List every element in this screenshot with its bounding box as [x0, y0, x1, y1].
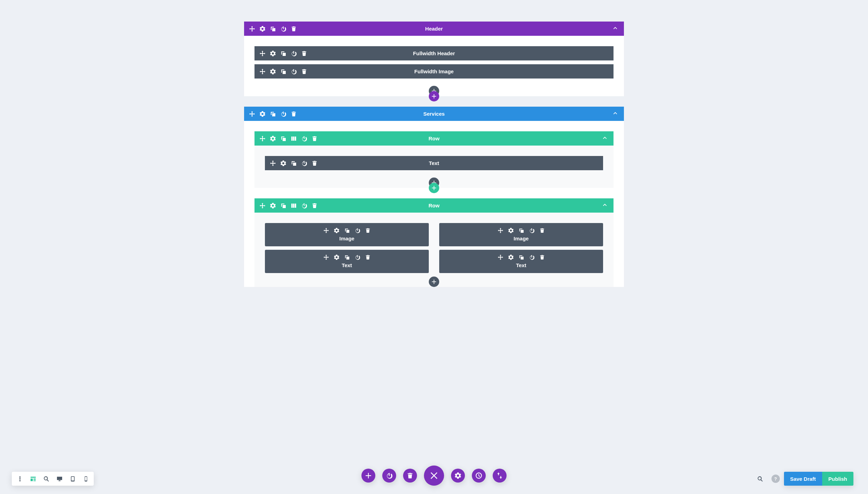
duplicate-icon[interactable] — [280, 50, 286, 57]
module-bar-icons — [254, 68, 312, 75]
gear-icon[interactable] — [270, 135, 276, 142]
chevron-up-icon[interactable] — [602, 203, 607, 208]
trash-icon[interactable] — [291, 111, 297, 117]
columns-icon[interactable] — [291, 135, 297, 142]
duplicate-icon[interactable] — [291, 160, 297, 166]
module-card-icons — [265, 254, 429, 260]
module-bar-fullwidth-image[interactable]: Fullwidth Image — [254, 64, 614, 79]
module-bar-fullwidth-header[interactable]: Fullwidth Header — [254, 46, 614, 60]
section-label: Services — [423, 111, 445, 117]
row-bar[interactable]: Row — [254, 131, 614, 146]
gear-icon[interactable] — [508, 254, 514, 260]
power-icon[interactable] — [354, 254, 360, 260]
power-icon[interactable] — [301, 203, 307, 209]
trash-icon[interactable] — [365, 227, 371, 233]
move-icon[interactable] — [259, 135, 266, 142]
row-label: Row — [428, 203, 440, 208]
duplicate-icon[interactable] — [280, 135, 286, 142]
row-bar[interactable]: Row — [254, 198, 614, 213]
module-card-text[interactable]: Text — [439, 250, 603, 273]
add-module-wrap — [265, 273, 603, 287]
section-bar-services[interactable]: Services — [244, 107, 624, 121]
gear-icon[interactable] — [259, 111, 266, 117]
gear-icon[interactable] — [508, 227, 514, 233]
row-body: Image Text — [254, 213, 614, 287]
module-card-text[interactable]: Text — [265, 250, 429, 273]
chevron-up-icon[interactable] — [613, 26, 618, 32]
move-icon[interactable] — [249, 111, 255, 117]
module-bar-icons — [265, 160, 323, 166]
module-bar-text[interactable]: Text — [265, 156, 603, 170]
power-icon[interactable] — [528, 227, 535, 233]
duplicate-icon[interactable] — [280, 203, 286, 209]
move-icon[interactable] — [259, 203, 266, 209]
module-card-icons — [439, 254, 603, 260]
chevron-up-icon[interactable] — [613, 111, 618, 117]
module-label: Text — [439, 262, 603, 268]
move-icon[interactable] — [497, 227, 503, 233]
power-icon[interactable] — [528, 254, 535, 260]
add-section-button[interactable] — [429, 91, 439, 101]
section-label: Header — [425, 26, 443, 32]
add-row-wrap — [254, 183, 614, 193]
power-icon[interactable] — [291, 68, 297, 75]
duplicate-icon[interactable] — [270, 111, 276, 117]
chevron-up-icon[interactable] — [602, 135, 607, 141]
trash-icon[interactable] — [311, 203, 318, 209]
add-row-button[interactable] — [429, 183, 439, 193]
builder-canvas: Header Fullwidth Header Fullwidth Image — [244, 0, 624, 336]
gear-icon[interactable] — [259, 26, 266, 32]
module-card-image[interactable]: Image — [439, 223, 603, 246]
columns-icon[interactable] — [291, 203, 297, 209]
trash-icon[interactable] — [365, 254, 371, 260]
row-bar-icons — [254, 203, 323, 209]
module-card-image[interactable]: Image — [265, 223, 429, 246]
duplicate-icon[interactable] — [270, 26, 276, 32]
move-icon[interactable] — [323, 254, 329, 260]
row-label: Row — [428, 135, 440, 141]
section-bar-icons — [244, 26, 302, 32]
column: Image Text — [439, 223, 603, 273]
row-bar-icons — [254, 135, 323, 142]
move-icon[interactable] — [270, 160, 276, 166]
duplicate-icon[interactable] — [344, 227, 350, 233]
gear-icon[interactable] — [333, 254, 340, 260]
trash-icon[interactable] — [301, 50, 307, 57]
section-bar-icons — [244, 111, 302, 117]
duplicate-icon[interactable] — [518, 227, 524, 233]
gear-icon[interactable] — [280, 160, 286, 166]
row-body: Text — [254, 146, 614, 188]
column: Image Text — [265, 223, 429, 273]
module-label: Image — [439, 236, 603, 241]
gear-icon[interactable] — [270, 203, 276, 209]
gear-icon[interactable] — [270, 68, 276, 75]
module-label: Text — [265, 262, 429, 268]
trash-icon[interactable] — [311, 160, 318, 166]
power-icon[interactable] — [280, 26, 286, 32]
add-module-button[interactable] — [429, 277, 439, 287]
trash-icon[interactable] — [539, 227, 545, 233]
move-icon[interactable] — [259, 68, 266, 75]
section-body-header: Fullwidth Header Fullwidth Image — [244, 36, 624, 96]
gear-icon[interactable] — [270, 50, 276, 57]
power-icon[interactable] — [301, 160, 307, 166]
duplicate-icon[interactable] — [280, 68, 286, 75]
trash-icon[interactable] — [301, 68, 307, 75]
move-icon[interactable] — [249, 26, 255, 32]
trash-icon[interactable] — [539, 254, 545, 260]
power-icon[interactable] — [354, 227, 360, 233]
power-icon[interactable] — [280, 111, 286, 117]
trash-icon[interactable] — [291, 26, 297, 32]
move-icon[interactable] — [259, 50, 266, 57]
gear-icon[interactable] — [333, 227, 340, 233]
duplicate-icon[interactable] — [344, 254, 350, 260]
move-icon[interactable] — [323, 227, 329, 233]
trash-icon[interactable] — [311, 135, 318, 142]
section-bar-header[interactable]: Header — [244, 22, 624, 36]
add-section-wrap — [244, 91, 624, 101]
power-icon[interactable] — [291, 50, 297, 57]
power-icon[interactable] — [301, 135, 307, 142]
move-icon[interactable] — [497, 254, 503, 260]
duplicate-icon[interactable] — [518, 254, 524, 260]
module-bar-icons — [254, 50, 312, 57]
